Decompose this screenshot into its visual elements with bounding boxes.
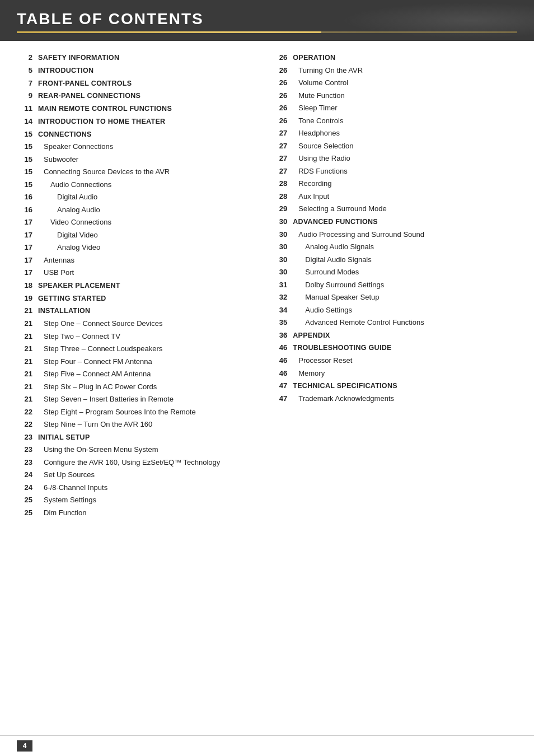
- list-item: 28Recording: [271, 178, 517, 189]
- entry-title: Connecting Source Devices to the AVR: [38, 166, 170, 178]
- list-item: 23Using the On-Screen Menu System: [17, 444, 255, 455]
- entry-title: Step Four – Connect FM Antenna: [38, 356, 152, 367]
- page-number: 11: [17, 103, 32, 114]
- page-footer: 4: [0, 735, 534, 756]
- list-item: 22Step Eight – Program Sources Into the …: [17, 407, 255, 418]
- page-number: 21: [17, 331, 32, 342]
- page-number: 15: [17, 129, 32, 140]
- entry-title: 6-/8-Channel Inputs: [38, 482, 107, 493]
- page-number: 15: [17, 141, 32, 152]
- entry-title: Dim Function: [38, 507, 87, 519]
- page-number: 2: [17, 52, 32, 63]
- list-item: 27Using the Radio: [271, 153, 517, 164]
- list-item: 26Tone Controls: [271, 115, 517, 127]
- page-number: 16: [17, 204, 32, 216]
- entry-title: Headphones: [293, 128, 340, 139]
- list-item: 246-/8-Channel Inputs: [17, 482, 255, 493]
- page-number: 22: [17, 407, 32, 418]
- entry-title: RDS Functions: [293, 166, 347, 177]
- entry-title: System Settings: [38, 494, 96, 506]
- list-item: 14INTRODUCTION TO HOME THEATER: [17, 116, 255, 127]
- page-number: 26: [271, 65, 287, 76]
- entry-title: USB Port: [38, 267, 74, 278]
- page-number: 46: [271, 355, 287, 366]
- entry-title: Step Five – Connect AM Antenna: [38, 368, 151, 380]
- page-number: 15: [17, 179, 32, 190]
- page-number: 26: [271, 115, 287, 127]
- list-item: 27Source Selection: [271, 141, 517, 152]
- page-number: 30: [271, 229, 287, 240]
- list-item: 21Step Six – Plug in AC Power Cords: [17, 381, 255, 393]
- page-number: 27: [271, 166, 287, 177]
- entry-title: Set Up Sources: [38, 469, 95, 480]
- page-number: 9: [17, 90, 32, 101]
- list-item: 46Processor Reset: [271, 355, 517, 366]
- list-item: 9REAR-PANEL CONNECTIONS: [17, 90, 255, 101]
- entry-title: INTRODUCTION TO HOME THEATER: [38, 116, 165, 127]
- list-item: 17Antennas: [17, 255, 255, 266]
- page-number: 34: [271, 305, 287, 316]
- page-number: 17: [17, 255, 32, 266]
- list-item: 21Step One – Connect Source Devices: [17, 318, 255, 329]
- page-number: 14: [17, 116, 32, 127]
- list-item: 15Subwoofer: [17, 154, 255, 165]
- page-number: 21: [17, 394, 32, 405]
- list-item: 21Step Three – Connect Loudspeakers: [17, 343, 255, 354]
- page-number: 26: [271, 52, 287, 63]
- entry-title: Step Nine – Turn On the AVR 160: [38, 419, 152, 430]
- page-number: 21: [17, 318, 32, 329]
- list-item: 30Audio Processing and Surround Sound: [271, 229, 517, 240]
- list-item: 17Analog Video: [17, 242, 255, 253]
- list-item: 27RDS Functions: [271, 166, 517, 177]
- entry-title: Step Seven – Insert Batteries in Remote: [38, 394, 174, 405]
- page-number: 28: [271, 178, 287, 189]
- page-number: 28: [271, 191, 287, 202]
- entry-title: Speaker Connections: [38, 141, 113, 152]
- entry-title: Digital Audio Signals: [293, 254, 372, 265]
- entry-title: Mute Function: [293, 90, 344, 101]
- page-number: 26: [271, 77, 287, 88]
- entry-title: Surround Modes: [293, 267, 359, 278]
- entry-title: SPEAKER PLACEMENT: [38, 281, 120, 291]
- list-item: 47TECHNICAL SPECIFICATIONS: [271, 380, 517, 391]
- page-title: TABLE OF CONTENTS: [17, 10, 517, 28]
- page-number: 29: [271, 203, 287, 214]
- page-number: 17: [17, 267, 32, 278]
- entry-title: TROUBLESHOOTING GUIDE: [293, 343, 391, 353]
- page-number: 27: [271, 141, 287, 152]
- list-item: 19GETTING STARTED: [17, 293, 255, 304]
- entry-title: OPERATION: [293, 53, 335, 63]
- page-number: 21: [17, 381, 32, 393]
- right-column: 26OPERATION26Turning On the AVR26Volume …: [266, 52, 517, 520]
- page-number: 23: [17, 432, 32, 443]
- entry-title: Processor Reset: [293, 355, 352, 366]
- list-item: 15CONNECTIONS: [17, 129, 255, 140]
- list-item: 11MAIN REMOTE CONTROL FUNCTIONS: [17, 103, 255, 114]
- list-item: 21Step Four – Connect FM Antenna: [17, 356, 255, 367]
- entry-title: Aux Input: [293, 191, 329, 202]
- entry-title: Analog Audio: [38, 204, 100, 216]
- entry-title: Analog Video: [38, 242, 100, 253]
- entry-title: CONNECTIONS: [38, 129, 92, 140]
- page-number: 21: [17, 368, 32, 380]
- list-item: 26Turning On the AVR: [271, 65, 517, 76]
- entry-title: Step Two – Connect TV: [38, 331, 120, 342]
- list-item: 28Aux Input: [271, 191, 517, 202]
- page-number: 30: [271, 216, 287, 227]
- list-item: 7FRONT-PANEL CONTROLS: [17, 78, 255, 89]
- list-item: 27Headphones: [271, 128, 517, 139]
- page-number: 23: [17, 444, 32, 455]
- list-item: 5INTRODUCTION: [17, 65, 255, 76]
- entry-title: Antennas: [38, 255, 74, 266]
- list-item: 21INSTALLATION: [17, 305, 255, 316]
- list-item: 21Step Two – Connect TV: [17, 331, 255, 342]
- list-item: 30Digital Audio Signals: [271, 254, 517, 265]
- entry-title: TECHNICAL SPECIFICATIONS: [293, 381, 397, 391]
- entry-title: Tone Controls: [293, 115, 343, 127]
- entry-title: REAR-PANEL CONNECTIONS: [38, 91, 140, 101]
- entry-title: ADVANCED FUNCTIONS: [293, 217, 378, 227]
- list-item: 26OPERATION: [271, 52, 517, 63]
- entry-title: Audio Connections: [38, 179, 111, 190]
- entry-title: Memory: [293, 368, 325, 379]
- entry-title: Configure the AVR 160, Using EzSet/EQ™ T…: [38, 457, 220, 468]
